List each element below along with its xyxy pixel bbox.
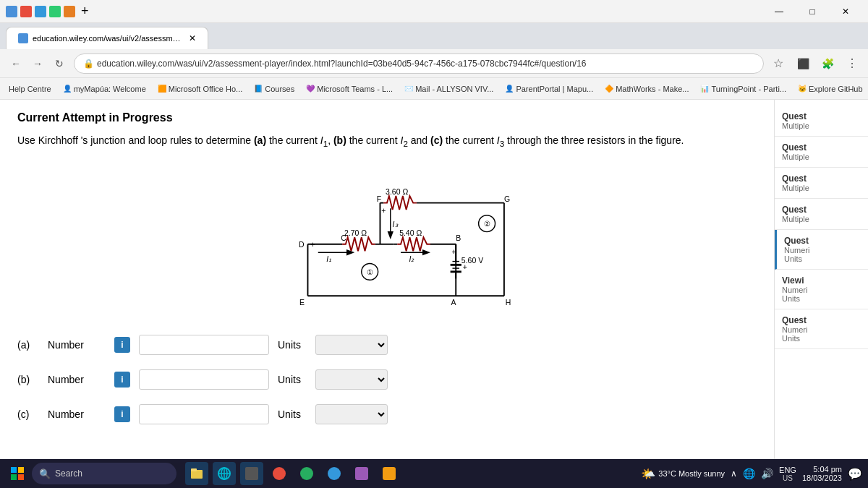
sidebar-quest-type-2: Quest bbox=[782, 142, 861, 153]
sidebar-item-7[interactable]: Quest NumeriUnits bbox=[775, 309, 868, 349]
number-label-b: Number bbox=[48, 374, 106, 385]
circuit-diagram: C 2.70 Ω 5.40 Ω B D + + I₁ bbox=[242, 161, 532, 320]
tab-close-icon[interactable]: ✕ bbox=[189, 33, 196, 43]
address-bar-row: ← → ↻ 🔒 education.wiley.com/was/ui/v2/as… bbox=[0, 49, 868, 78]
taskbar-app6[interactable] bbox=[323, 462, 346, 485]
tab-title: education.wiley.com/was/ui/v2/assessment… bbox=[33, 34, 184, 43]
bookmark-help[interactable]: Help Centre bbox=[6, 83, 54, 95]
main-content: Current Attempt in Progress Use Kirchhof… bbox=[0, 100, 774, 459]
sidebar-item-6[interactable]: Viewi NumeriUnits bbox=[775, 270, 868, 309]
taskbar-app4[interactable] bbox=[268, 462, 291, 485]
units-dropdown-b[interactable]: A mA bbox=[315, 369, 388, 390]
svg-text:②: ② bbox=[484, 220, 490, 228]
app4-icon bbox=[273, 467, 286, 480]
content-wrapper: Current Attempt in Progress Use Kirchhof… bbox=[0, 100, 868, 459]
weather-text: 33°C Mostly sunny bbox=[658, 469, 725, 478]
close-button[interactable]: ✕ bbox=[829, 1, 862, 22]
answer-row-c: (c) Number i Units A mA bbox=[17, 404, 757, 424]
chevron-up-icon[interactable]: ∧ bbox=[731, 468, 737, 479]
sidebar-quest-type-4: Quest bbox=[782, 205, 861, 215]
svg-text:5.60 V: 5.60 V bbox=[461, 257, 483, 265]
mail-icon: ✉️ bbox=[404, 85, 413, 93]
info-button-c[interactable]: i bbox=[114, 406, 130, 422]
start-button[interactable] bbox=[6, 462, 29, 485]
forward-button[interactable]: → bbox=[27, 53, 48, 74]
units-label-b: Units bbox=[278, 374, 307, 385]
units-dropdown-a[interactable]: A mA bbox=[315, 335, 388, 355]
bookmark-teams[interactable]: 💜 Microsoft Teams - L... bbox=[303, 83, 396, 95]
bookmark-parentportal[interactable]: 👤 ParentPortal | Mapu... bbox=[502, 83, 596, 95]
tab-favicon-active bbox=[18, 33, 28, 43]
taskbar-app3[interactable] bbox=[240, 462, 263, 485]
bookmark-star-button[interactable]: ☆ bbox=[768, 53, 788, 74]
address-bar[interactable]: 🔒 education.wiley.com/was/ui/v2/assessme… bbox=[74, 53, 764, 74]
part-b-label: (b) bbox=[17, 374, 39, 385]
profile-button[interactable]: ⬛ bbox=[793, 53, 813, 74]
info-button-a[interactable]: i bbox=[114, 337, 130, 353]
browser-controls: ← → ↻ bbox=[6, 53, 69, 74]
svg-text:+: + bbox=[310, 241, 315, 249]
svg-text:①: ① bbox=[367, 268, 373, 276]
svg-text:I₃: I₃ bbox=[393, 221, 399, 228]
taskbar-app7[interactable] bbox=[350, 462, 373, 485]
bookmarks-bar: Help Centre 👤 myMapúa: Welcome 🟧 Microso… bbox=[0, 78, 868, 100]
bookmark-courses[interactable]: 📘 Courses bbox=[251, 83, 297, 95]
taskbar-app5[interactable] bbox=[295, 462, 318, 485]
sidebar-item-4[interactable]: Quest Multiple bbox=[775, 199, 868, 230]
units-dropdown-c[interactable]: A mA bbox=[315, 404, 388, 424]
language-indicator[interactable]: ENG US bbox=[779, 466, 796, 482]
parentportal-icon: 👤 bbox=[505, 85, 514, 93]
taskbar: 🔍 Search bbox=[0, 459, 868, 488]
svg-text:D: D bbox=[299, 241, 305, 249]
extensions-button[interactable]: 🧩 bbox=[817, 53, 838, 74]
tab-icon4 bbox=[49, 6, 61, 17]
sidebar-item-5[interactable]: Quest NumeriUnits bbox=[775, 230, 868, 270]
svg-text:A: A bbox=[451, 299, 456, 307]
tab-bar: education.wiley.com/was/ui/v2/assessment… bbox=[0, 23, 868, 49]
weather-widget[interactable]: 🌤️ 33°C Mostly sunny bbox=[641, 467, 725, 481]
maximize-button[interactable]: □ bbox=[796, 1, 829, 22]
sidebar-quest-sub-7: NumeriUnits bbox=[782, 325, 861, 343]
svg-text:H: H bbox=[506, 299, 511, 307]
teams-icon: 💜 bbox=[306, 85, 315, 93]
active-tab[interactable]: education.wiley.com/was/ui/v2/assessment… bbox=[6, 27, 208, 49]
search-label: Search bbox=[55, 468, 82, 479]
windows-logo-icon bbox=[10, 466, 25, 481]
back-button[interactable]: ← bbox=[6, 53, 26, 74]
taskbar-search[interactable]: 🔍 Search bbox=[32, 463, 176, 484]
menu-button[interactable]: ⋮ bbox=[842, 53, 862, 74]
notifications-icon[interactable]: 💬 bbox=[848, 467, 862, 481]
taskbar-browser[interactable] bbox=[213, 462, 236, 485]
number-input-b[interactable] bbox=[139, 369, 269, 390]
sidebar-item-2[interactable]: Quest Multiple bbox=[775, 137, 868, 168]
taskbar-app8[interactable] bbox=[378, 462, 401, 485]
info-button-b[interactable]: i bbox=[114, 372, 130, 388]
app6-icon bbox=[328, 467, 341, 480]
speaker-icon[interactable]: 🔊 bbox=[761, 468, 773, 479]
reload-button[interactable]: ↻ bbox=[49, 53, 69, 74]
bookmark-mathworks[interactable]: 🔶 MathWorks - Make... bbox=[602, 83, 692, 95]
number-input-a[interactable] bbox=[139, 335, 269, 355]
minimize-button[interactable]: — bbox=[762, 1, 796, 22]
bookmark-msoffice[interactable]: 🟧 Microsoft Office Ho... bbox=[155, 83, 246, 95]
sidebar-quest-sub-4: Multiple bbox=[782, 215, 861, 223]
bookmark-mail[interactable]: ✉️ Mail - ALLYSON VIV... bbox=[401, 83, 496, 95]
sidebar-item-3[interactable]: Quest Multiple bbox=[775, 168, 868, 199]
bookmark-turningpoint[interactable]: 📊 TurningPoint - Parti... bbox=[697, 83, 789, 95]
taskbar-clock[interactable]: 5:04 pm 18/03/2023 bbox=[802, 465, 842, 482]
turningpoint-icon: 📊 bbox=[700, 85, 709, 93]
svg-text:E: E bbox=[299, 299, 305, 307]
app8-icon bbox=[383, 467, 396, 480]
app7-icon bbox=[355, 467, 368, 480]
sidebar-item-1[interactable]: Quest Multiple bbox=[775, 106, 868, 137]
svg-text:F: F bbox=[377, 195, 381, 203]
language-text: ENG bbox=[779, 466, 796, 474]
network-icon[interactable]: 🌐 bbox=[743, 468, 755, 479]
number-input-c[interactable] bbox=[139, 404, 269, 424]
bookmark-mymapua[interactable]: 👤 myMapúa: Welcome bbox=[60, 83, 149, 95]
new-tab-button[interactable]: + bbox=[78, 4, 92, 19]
taskbar-file-explorer[interactable] bbox=[185, 462, 208, 485]
bookmark-github[interactable]: 🐱 Explore GitHub bbox=[795, 83, 866, 95]
svg-rect-48 bbox=[191, 468, 197, 471]
courses-icon: 📘 bbox=[254, 85, 263, 93]
